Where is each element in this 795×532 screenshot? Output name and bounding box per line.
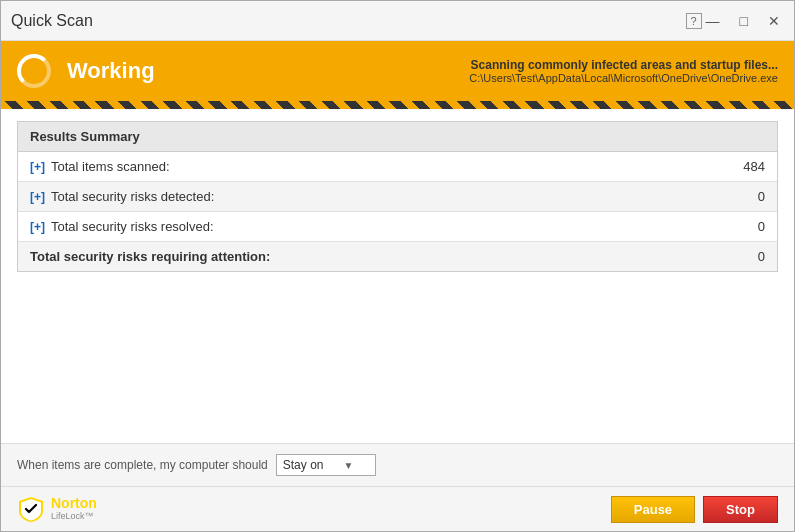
- pause-button[interactable]: Pause: [611, 496, 695, 523]
- row-label-4: Total security risks requiring attention…: [30, 249, 735, 264]
- help-button[interactable]: ?: [686, 13, 702, 29]
- dropdown-value: Stay on: [283, 458, 324, 472]
- footer-buttons: Pause Stop: [611, 496, 778, 523]
- computer-action-dropdown[interactable]: Stay on ▼: [276, 454, 376, 476]
- scanning-label: Scanning commonly infected areas and sta…: [469, 58, 778, 72]
- table-row: Total security risks requiring attention…: [18, 242, 777, 271]
- table-row: [+] Total security risks resolved: 0: [18, 212, 777, 242]
- row-value-2: 0: [735, 189, 765, 204]
- row-value-1: 484: [735, 159, 765, 174]
- footer: Norton LifeLock™ Pause Stop: [1, 486, 794, 531]
- status-bar: Working Scanning commonly infected areas…: [1, 41, 794, 101]
- window-controls: — □ ✕: [702, 12, 784, 30]
- stop-button[interactable]: Stop: [703, 496, 778, 523]
- table-row: [+] Total items scanned: 484: [18, 152, 777, 182]
- row-label-3: Total security risks resolved:: [51, 219, 735, 234]
- results-panel: Results Summary [+] Total items scanned:…: [17, 121, 778, 272]
- spinner-icon: [17, 54, 51, 88]
- main-content: Results Summary [+] Total items scanned:…: [1, 109, 794, 443]
- when-complete-label: When items are complete, my computer sho…: [17, 458, 268, 472]
- results-header: Results Summary: [18, 122, 777, 152]
- close-button[interactable]: ✕: [764, 12, 784, 30]
- expand-icon-1[interactable]: [+]: [30, 160, 45, 174]
- maximize-button[interactable]: □: [736, 12, 752, 30]
- norton-name: Norton: [51, 496, 97, 511]
- norton-subtitle: LifeLock™: [51, 512, 97, 522]
- minimize-button[interactable]: —: [702, 12, 724, 30]
- scan-info: Scanning commonly infected areas and sta…: [469, 58, 778, 84]
- file-path: C:\Users\Test\AppData\Local\Microsoft\On…: [469, 72, 778, 84]
- row-value-4: 0: [735, 249, 765, 264]
- title-bar: Quick Scan ? — □ ✕: [1, 1, 794, 41]
- working-label: Working: [67, 58, 453, 84]
- norton-shield-icon: [17, 495, 45, 523]
- bottom-section: When items are complete, my computer sho…: [1, 443, 794, 486]
- norton-logo: Norton LifeLock™: [17, 495, 97, 523]
- expand-icon-2[interactable]: [+]: [30, 190, 45, 204]
- row-value-3: 0: [735, 219, 765, 234]
- table-row: [+] Total security risks detected: 0: [18, 182, 777, 212]
- expand-icon-3[interactable]: [+]: [30, 220, 45, 234]
- row-label-2: Total security risks detected:: [51, 189, 735, 204]
- main-window: Quick Scan ? — □ ✕ Working Scanning comm…: [0, 0, 795, 532]
- window-title: Quick Scan: [11, 12, 678, 30]
- warning-band: [1, 101, 794, 109]
- chevron-down-icon: ▼: [343, 460, 353, 471]
- row-label-1: Total items scanned:: [51, 159, 735, 174]
- norton-brand-text: Norton LifeLock™: [51, 496, 97, 521]
